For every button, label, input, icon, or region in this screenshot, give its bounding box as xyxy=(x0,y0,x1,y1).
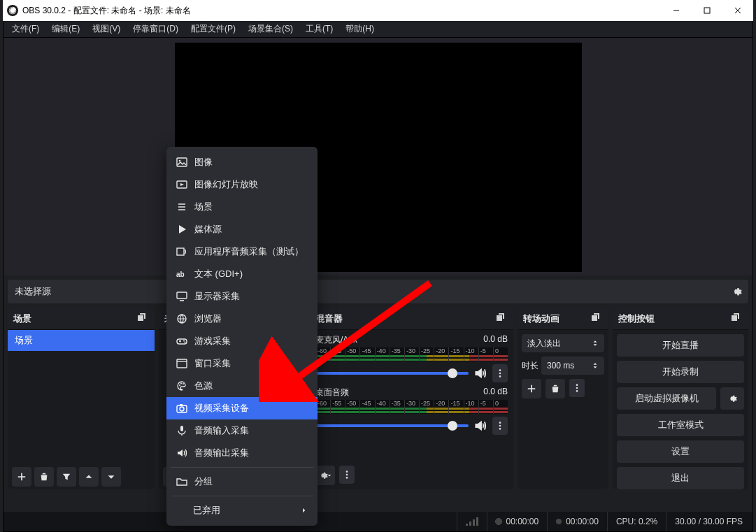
window-icon xyxy=(176,358,187,369)
menu-scenecol[interactable]: 场景集合(S) xyxy=(243,21,299,37)
folder-icon xyxy=(176,476,187,487)
mixer-meter: -60-55-50-45-40-35-30-25-20-15-10-50 xyxy=(315,400,508,414)
menu-help[interactable]: 帮助(H) xyxy=(340,21,380,37)
transition-add-button[interactable] xyxy=(522,379,541,398)
transition-remove-button[interactable] xyxy=(545,379,565,398)
mixer-track-db: 0.0 dB xyxy=(483,387,508,398)
app-audio-icon xyxy=(176,246,187,257)
list-icon xyxy=(176,201,187,213)
menu-profile[interactable]: 配置文件(P) xyxy=(185,21,241,37)
mixer-menu-button[interactable] xyxy=(339,466,355,484)
menu-view[interactable]: 视图(V) xyxy=(87,21,126,37)
start-streaming-button[interactable]: 开始直播 xyxy=(617,334,744,357)
status-cpu: CPU: 0.2% xyxy=(607,512,666,531)
scene-movedown-button[interactable] xyxy=(101,467,121,487)
palette-icon xyxy=(176,380,187,391)
speaker-out-icon xyxy=(176,447,187,459)
context-menu-item[interactable]: 音频输出采集 xyxy=(166,442,318,464)
title-bar: OBS 30.0.2 - 配置文件: 未命名 - 场景: 未命名 xyxy=(3,0,753,21)
scene-add-button[interactable] xyxy=(12,467,31,487)
mixer-settings-button[interactable] xyxy=(315,466,335,485)
context-menu-item[interactable]: 音频输入采集 xyxy=(166,419,318,442)
dock-mixer-title: 混音器 xyxy=(315,312,343,325)
context-menu-item[interactable]: 窗口采集 xyxy=(166,352,318,375)
menu-docks[interactable]: 停靠窗口(D) xyxy=(127,21,184,37)
context-menu-item[interactable]: 视频采集设备 xyxy=(166,397,318,419)
context-menu-label: 色源 xyxy=(194,380,213,392)
context-menu-item[interactable]: 图像幻灯片放映 xyxy=(166,173,318,196)
transition-duration-input[interactable]: 300 ms xyxy=(541,357,604,375)
status-fps: 30.00 / 30.00 FPS xyxy=(666,512,751,531)
context-menu-item[interactable]: 文本 (GDI+) xyxy=(166,263,318,285)
context-menu-item[interactable]: 图像 xyxy=(166,151,318,173)
scene-item[interactable]: 场景 xyxy=(8,330,155,351)
dock-ctrl-title: 控制按钮 xyxy=(618,312,655,325)
speaker-icon[interactable] xyxy=(474,419,487,432)
exit-button[interactable]: 退出 xyxy=(617,467,744,489)
play-icon xyxy=(176,224,187,235)
virtual-cam-settings-button[interactable] xyxy=(720,387,744,410)
start-virtual-cam-button[interactable]: 启动虚拟摄像机 xyxy=(617,387,716,410)
context-menu-label: 窗口采集 xyxy=(194,357,231,370)
transition-select[interactable]: 淡入淡出 xyxy=(522,334,604,352)
mixer-track: 桌面音频 0.0 dB -60-55-50-45-40-35-30-25-20-… xyxy=(310,382,513,435)
svg-rect-22 xyxy=(704,8,710,13)
context-menu-label: 分组 xyxy=(194,475,213,488)
mixer-track-menu[interactable] xyxy=(492,417,508,435)
studio-mode-button[interactable]: 工作室模式 xyxy=(617,414,744,436)
transition-menu-button[interactable] xyxy=(569,379,585,397)
no-source-bar: 未选择源 xyxy=(8,280,748,303)
mixer-track-menu[interactable] xyxy=(492,364,508,382)
settings-button[interactable]: 设置 xyxy=(617,440,744,463)
context-menu-label: 游戏采集 xyxy=(194,335,231,347)
menu-file[interactable]: 文件(F) xyxy=(6,21,45,37)
context-menu-item[interactable]: 显示器采集 xyxy=(166,285,318,308)
context-menu-item[interactable]: 分组 xyxy=(166,470,318,493)
volume-slider[interactable] xyxy=(315,424,469,427)
menu-tools[interactable]: 工具(T) xyxy=(300,21,338,37)
context-menu-item[interactable]: 游戏采集 xyxy=(166,330,318,352)
add-source-context-menu: 图像图像幻灯片放映场景媒体源应用程序音频采集（测试）文本 (GDI+)显示器采集… xyxy=(166,147,318,526)
scene-filter-button[interactable] xyxy=(57,467,76,487)
context-menu-item[interactable]: 应用程序音频采集（测试） xyxy=(166,240,318,263)
dock-controls: 控制按钮 开始直播 开始录制 启动虚拟摄像机 工作室模式 设置 退出 xyxy=(613,308,748,489)
transition-select-label: 淡入淡出 xyxy=(527,338,561,350)
start-recording-button[interactable]: 开始录制 xyxy=(617,361,744,383)
scene-moveup-button[interactable] xyxy=(79,467,99,487)
slideshow-icon xyxy=(176,179,187,190)
context-menu-item[interactable]: 色源 xyxy=(166,375,318,397)
context-menu-label: 文本 (GDI+) xyxy=(194,268,243,280)
window-minimize-button[interactable] xyxy=(661,0,692,21)
dock-scenes-popout[interactable] xyxy=(136,312,149,325)
dock-mixer: 混音器 麦克风/Aux 0.0 dB -60-55-50-45-40-35-30… xyxy=(310,308,513,489)
scene-remove-button[interactable] xyxy=(34,467,54,487)
status-rec: 00:00:00 xyxy=(547,512,607,531)
dock-trans-popout[interactable] xyxy=(590,312,603,325)
mixer-meter: -60-55-50-45-40-35-30-25-20-15-10-50 xyxy=(315,347,508,361)
menu-edit[interactable]: 编辑(E) xyxy=(46,21,85,37)
chevron-updown-icon xyxy=(592,340,599,347)
window-close-button[interactable] xyxy=(722,0,753,21)
context-menu-item[interactable]: 已弃用 xyxy=(166,499,318,522)
context-menu-item[interactable]: 媒体源 xyxy=(166,218,318,240)
window-maximize-button[interactable] xyxy=(692,0,722,21)
dock-scenes-title: 场景 xyxy=(13,312,31,325)
speaker-icon[interactable] xyxy=(474,367,487,380)
volume-slider[interactable] xyxy=(315,372,469,375)
menu-bar: 文件(F) 编辑(E) 视图(V) 停靠窗口(D) 配置文件(P) 场景集合(S… xyxy=(3,21,753,38)
context-menu-label: 图像 xyxy=(194,156,213,168)
obs-logo-icon xyxy=(7,5,18,16)
context-menu-item[interactable]: 浏览器 xyxy=(166,308,318,330)
context-menu-item[interactable]: 场景 xyxy=(166,196,318,218)
context-menu-label: 音频输出采集 xyxy=(194,447,249,459)
dock-mixer-popout[interactable] xyxy=(495,312,508,325)
globe-icon xyxy=(176,313,187,324)
window-title: OBS 30.0.2 - 配置文件: 未命名 - 场景: 未命名 xyxy=(22,5,191,17)
mixer-track-db: 0.0 dB xyxy=(483,334,508,346)
no-source-label: 未选择源 xyxy=(15,285,51,298)
gamepad-icon xyxy=(176,336,187,347)
context-menu-label: 图像幻灯片放映 xyxy=(194,178,258,191)
context-menu-label: 已弃用 xyxy=(193,504,220,517)
dock-ctrl-popout[interactable] xyxy=(730,312,743,325)
source-properties-button[interactable] xyxy=(729,284,744,299)
